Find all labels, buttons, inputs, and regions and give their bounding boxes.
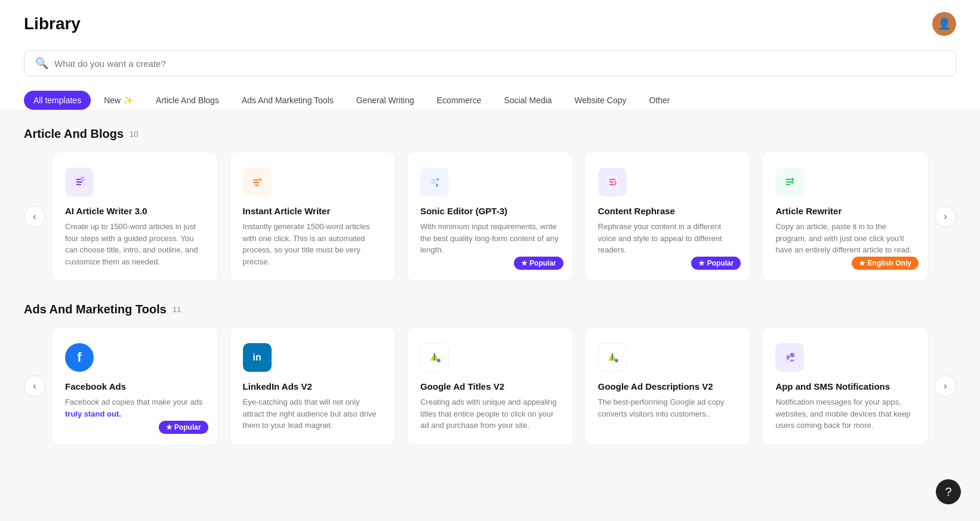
card-linkedin-ads[interactable]: in LinkedIn Ads V2 Eye-catching ads that… [229, 327, 396, 445]
google-ad-titles-desc: Creating ads with unique and appealing t… [420, 396, 560, 431]
card-instant-article-writer[interactable]: Instant Article Writer Instantly generat… [229, 152, 396, 281]
google-ad-descriptions-title: Google Ad Descriptions V2 [598, 381, 738, 391]
article-blogs-next-arrow[interactable]: › [935, 206, 956, 227]
card-google-ad-titles[interactable]: Google Ad Titles V2 Creating ads with un… [406, 327, 574, 445]
google-ad-descriptions-desc: The best-performing Google ad copy conve… [598, 396, 738, 420]
instant-article-writer-desc: Instantly generate 1500-word articles wi… [243, 221, 383, 267]
search-bar: 🔍 [24, 50, 956, 76]
article-rewriter-title: Article Rewriter [775, 206, 915, 216]
app-sms-notifications-title: App and SMS Notifications [775, 381, 915, 391]
instant-article-writer-title: Instant Article Writer [243, 206, 383, 216]
ads-marketing-cards: f Facebook Ads Facebook ad copies that m… [51, 327, 929, 445]
search-bar-container: 🔍 [0, 42, 980, 85]
app-sms-notifications-desc: Notification messages for your apps, web… [775, 396, 915, 431]
article-blogs-cards: AI Article Writer 3.0 Create up to 1500-… [51, 152, 929, 281]
search-icon: 🔍 [35, 57, 48, 70]
article-blogs-prev-arrow[interactable]: ‹ [24, 206, 45, 227]
facebook-ads-badge: ★ Popular [159, 421, 208, 434]
search-input[interactable] [54, 58, 945, 69]
facebook-ads-desc: Facebook ad copies that make your ads tr… [65, 396, 205, 420]
ai-article-writer-title: AI Article Writer 3.0 [65, 206, 205, 216]
google-ad-titles-icon [420, 343, 449, 372]
article-rewriter-desc: Copy an article, paste it in to the prog… [775, 221, 915, 256]
content-rephrase-icon [598, 168, 627, 196]
tab-website-copy[interactable]: Website Copy [565, 91, 636, 110]
facebook-ads-title: Facebook Ads [65, 381, 205, 391]
svg-point-1 [81, 177, 85, 181]
svg-point-8 [437, 359, 440, 362]
content-rephrase-badge: ★ Popular [691, 257, 741, 270]
svg-point-9 [615, 359, 618, 362]
card-app-sms-notifications[interactable]: App and SMS Notifications Notification m… [762, 327, 929, 445]
card-article-rewriter[interactable]: Article Rewriter Copy an article, paste … [762, 152, 929, 281]
avatar[interactable]: 👤 [932, 12, 956, 36]
page-title: Library [24, 14, 81, 33]
content-rephrase-desc: Rephrase your content in a different voi… [598, 221, 738, 256]
ai-article-writer-icon [65, 168, 94, 196]
card-facebook-ads[interactable]: f Facebook Ads Facebook ad copies that m… [51, 327, 218, 445]
ads-marketing-row: ‹ f Facebook Ads Facebook ad copies that… [24, 327, 956, 445]
sonic-editor-desc: With minimum input requirements, write t… [420, 221, 560, 256]
ads-marketing-section-header: Ads And Marketing Tools 11 [24, 303, 956, 316]
article-blogs-count: 10 [130, 130, 138, 138]
tabs-container: All templates New ✨ Article And Blogs Ad… [0, 85, 980, 110]
help-button[interactable]: ? [936, 479, 961, 504]
article-rewriter-badge: ★ English Only [852, 257, 919, 270]
svg-rect-2 [251, 176, 263, 188]
card-content-rephrase[interactable]: Content Rephrase Rephrase your content i… [584, 152, 751, 281]
app-sms-notifications-icon [775, 343, 804, 372]
instant-article-writer-icon [243, 168, 272, 196]
content-rephrase-title: Content Rephrase [598, 206, 738, 216]
card-ai-article-writer[interactable]: AI Article Writer 3.0 Create up to 1500-… [51, 152, 218, 281]
tab-ads-marketing[interactable]: Ads And Marketing Tools [232, 91, 343, 110]
tab-all-templates[interactable]: All templates [24, 91, 91, 110]
ads-marketing-title: Ads And Marketing Tools [24, 303, 167, 316]
tab-other[interactable]: Other [640, 91, 680, 110]
google-ad-descriptions-icon [598, 343, 627, 372]
linkedin-ads-desc: Eye-catching ads that will not only attr… [243, 396, 383, 431]
ads-marketing-prev-arrow[interactable]: ‹ [24, 375, 45, 397]
tab-article-blogs[interactable]: Article And Blogs [146, 91, 229, 110]
linkedin-ads-icon: in [243, 343, 272, 372]
facebook-ads-icon: f [65, 343, 94, 372]
sonic-editor-badge: ★ Popular [514, 257, 563, 270]
article-blogs-title: Article And Blogs [24, 127, 124, 141]
article-rewriter-icon [775, 168, 804, 196]
tab-new[interactable]: New ✨ [94, 91, 143, 110]
ads-marketing-count: 11 [172, 305, 181, 314]
tab-general-writing[interactable]: General Writing [347, 91, 424, 110]
article-blogs-row: ‹ AI Article Writer 3.0 Create up to 150… [24, 152, 956, 281]
tab-social-media[interactable]: Social Media [494, 91, 561, 110]
ai-article-writer-desc: Create up to 1500-word articles in just … [65, 221, 205, 267]
header: Library 👤 [0, 0, 980, 42]
ads-marketing-next-arrow[interactable]: › [935, 375, 956, 397]
sonic-editor-icon [420, 168, 449, 196]
sonic-editor-title: Sonic Editor (GPT-3) [420, 206, 560, 216]
article-blogs-section-header: Article And Blogs 10 [24, 127, 956, 141]
main-content: Article And Blogs 10 ‹ AI Article Writer… [0, 110, 980, 483]
google-ad-titles-title: Google Ad Titles V2 [420, 381, 560, 391]
tab-ecommerce[interactable]: Ecommerce [427, 91, 491, 110]
linkedin-ads-title: LinkedIn Ads V2 [243, 381, 383, 391]
card-sonic-editor[interactable]: Sonic Editor (GPT-3) With minimum input … [406, 152, 574, 281]
card-google-ad-descriptions[interactable]: Google Ad Descriptions V2 The best-perfo… [584, 327, 751, 445]
